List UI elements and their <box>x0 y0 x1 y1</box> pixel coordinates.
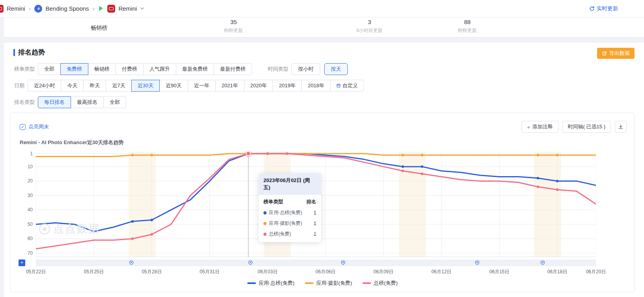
hover-dot <box>246 152 250 156</box>
top-navbar: Remini » ‹/› Bending Spoons » Remini 实时更… <box>0 0 644 17</box>
date-filter-row: 日期 近24小时 今天 昨天 近7天 近30天 近90天 近一年 2021年 2… <box>14 80 644 92</box>
timeline-annotation-marker-icon[interactable] <box>341 260 345 266</box>
tooltip-series-rank: 1 <box>314 210 316 216</box>
plus-icon: + <box>527 124 530 130</box>
checkbox-checked-icon: ✓ <box>20 124 26 130</box>
breadcrumb: Remini » ‹/› Bending Spoons » Remini <box>0 5 144 13</box>
weekend-point-dot <box>401 154 404 156</box>
rank-trend-chart-card: ✓ 点亮周末 + 添加注释 时间轴( 已选15 ) Rem <box>10 113 635 292</box>
list-type-grossing[interactable]: 畅销榜 <box>88 63 116 75</box>
weekend-point-dot <box>151 219 153 221</box>
add-annotation-button[interactable]: + 添加注释 <box>521 121 558 133</box>
timeline-annotation-marker-icon[interactable] <box>541 260 545 266</box>
timeline-zoom-button[interactable]: + <box>19 259 25 266</box>
date-1y[interactable]: 近一年 <box>188 80 216 92</box>
rank-type-daily[interactable]: 每日排名 <box>38 96 71 108</box>
time-type-daily[interactable]: 按天 <box>324 63 348 75</box>
date-yesterday[interactable]: 昨天 <box>83 80 106 92</box>
date-30d[interactable]: 近30天 <box>131 80 160 92</box>
stat-overall-rank: 88 刚刚更新 <box>458 19 477 34</box>
timeline-annotation-marker-icon[interactable] <box>129 260 134 266</box>
x-axis-tick: 06月03日 <box>258 269 278 275</box>
legend-item[interactable]: 应用·总榜(免费) <box>247 280 295 287</box>
list-type-filter-row: 榜单类型 全部 免费榜 畅销榜 付费榜 人气蹿升 最新免费榜 最新付费榜 时间类… <box>14 63 644 75</box>
tooltip-series-name: 应用·总榜(免费) <box>269 209 314 216</box>
time-type-hourly[interactable]: 按小时 <box>291 63 320 75</box>
date-90d[interactable]: 近90天 <box>159 80 188 92</box>
chart-legend: 应用·总榜(免费)应用·摄影(免费)总榜(免费) <box>10 280 635 287</box>
timeline-annotation-marker-icon[interactable] <box>475 260 479 266</box>
realtime-update-link[interactable]: 实时更新 <box>589 5 618 12</box>
remini-company-icon <box>0 5 4 13</box>
date-2018[interactable]: 2018年 <box>301 80 330 92</box>
stat-caption: 8小时前更新 <box>357 27 383 34</box>
legend-swatch-icon <box>305 282 314 284</box>
series-dot-icon <box>263 222 267 225</box>
refresh-icon <box>589 6 595 11</box>
weekend-point-dot <box>151 154 153 156</box>
x-axis-tick: 06月12日 <box>431 269 452 275</box>
date-2019[interactable]: 2019年 <box>273 80 302 92</box>
date-range-group: 近24小时 今天 昨天 近7天 近30天 近90天 近一年 2021年 2020… <box>28 80 364 92</box>
series-dot-icon <box>263 211 267 214</box>
date-today[interactable]: 今天 <box>61 80 84 92</box>
y-axis-tick: 60 <box>20 236 33 241</box>
line-chart-plot[interactable]: 110203040506070 点点数据 2023年06月02日 (周五) 榜单… <box>36 152 596 257</box>
timeline-scrollbar[interactable] <box>36 259 596 266</box>
list-type-free[interactable]: 免费榜 <box>60 63 88 75</box>
rank-stats-strip: 畅销榜 35 刚刚更新 3 8小时前更新 88 刚刚更新 <box>4 17 644 38</box>
rank-type-peak[interactable]: 最高排名 <box>71 96 104 108</box>
date-24h[interactable]: 近24小时 <box>28 80 61 92</box>
weekend-point-dot <box>556 180 558 182</box>
chevron-down-icon[interactable] <box>140 6 144 11</box>
weekend-point-dot <box>537 177 539 179</box>
x-axis-tick: 06月06日 <box>315 269 336 275</box>
breadcrumb-company[interactable]: Remini <box>7 5 25 12</box>
page-title: 排名趋势 <box>18 48 45 57</box>
weekend-point-dot <box>556 188 558 191</box>
list-type-all[interactable]: 全部 <box>38 63 61 75</box>
list-type-group: 全部 免费榜 畅销榜 付费榜 人气蹿升 最新免费榜 最新付费榜 <box>38 63 252 75</box>
x-axis-tick: 05月25日 <box>84 269 104 275</box>
timeline-annotation-marker-icon[interactable] <box>248 260 252 266</box>
weekend-point-dot <box>401 165 404 168</box>
rank-type-group: 每日排名 最高排名 全部 <box>38 96 126 108</box>
weekend-point-dot <box>537 186 539 188</box>
list-type-trending[interactable]: 人气蹿升 <box>143 63 176 75</box>
breadcrumb-app[interactable]: Remini <box>118 5 137 12</box>
y-axis-tick: 50 <box>20 222 33 227</box>
list-type-label: 榜单类型 <box>14 66 35 73</box>
tooltip-col-rank: 排名 <box>306 199 316 205</box>
tooltip-series-rank: 1 <box>314 231 316 237</box>
x-axis-tick: 06月09日 <box>373 269 394 275</box>
list-type-paid[interactable]: 付费榜 <box>116 63 144 75</box>
export-data-button[interactable]: 导出数据 <box>597 48 635 59</box>
date-7d[interactable]: 近7天 <box>106 80 131 92</box>
legend-label: 总榜(免费) <box>374 280 398 287</box>
legend-item[interactable]: 总榜(免费) <box>362 280 398 287</box>
breadcrumb-developer[interactable]: Bending Spoons <box>45 5 89 12</box>
list-type-new-paid[interactable]: 最新付费榜 <box>214 63 252 75</box>
date-2020[interactable]: 2020年 <box>244 80 273 92</box>
legend-swatch-icon <box>247 282 256 284</box>
x-axis-tick: 06月20日 <box>586 269 606 275</box>
x-axis-tick: 05月28日 <box>142 269 162 275</box>
x-axis-tick: 06月18日 <box>547 269 567 275</box>
export-icon <box>602 51 607 56</box>
chart-title: Remini - AI Photo Enhancer近30天排名趋势 <box>20 139 635 146</box>
date-2021[interactable]: 2021年 <box>215 80 245 92</box>
date-custom[interactable]: 自定义 <box>330 80 364 92</box>
tooltip-col-type: 榜单类型 <box>263 199 283 205</box>
legend-swatch-icon <box>362 282 371 284</box>
list-type-new-free[interactable]: 最新免费榜 <box>176 63 214 75</box>
download-chart-button[interactable] <box>615 121 627 133</box>
weekend-point-dot <box>131 237 134 240</box>
legend-item[interactable]: 应用·摄影(免费) <box>305 280 352 287</box>
timeline-selected-button[interactable]: 时间轴( 已选15 ) <box>562 121 611 133</box>
x-axis-labels: 05月22日05月25日05月28日05月31日06月03日06月06日06月0… <box>36 269 596 275</box>
weekend-point-dot <box>131 220 134 222</box>
stat-value: 35 <box>224 19 243 26</box>
highlight-weekend-checkbox[interactable]: ✓ 点亮周末 <box>20 123 49 130</box>
rank-type-all[interactable]: 全部 <box>103 96 126 108</box>
breadcrumb-separator-icon: » <box>92 6 95 12</box>
